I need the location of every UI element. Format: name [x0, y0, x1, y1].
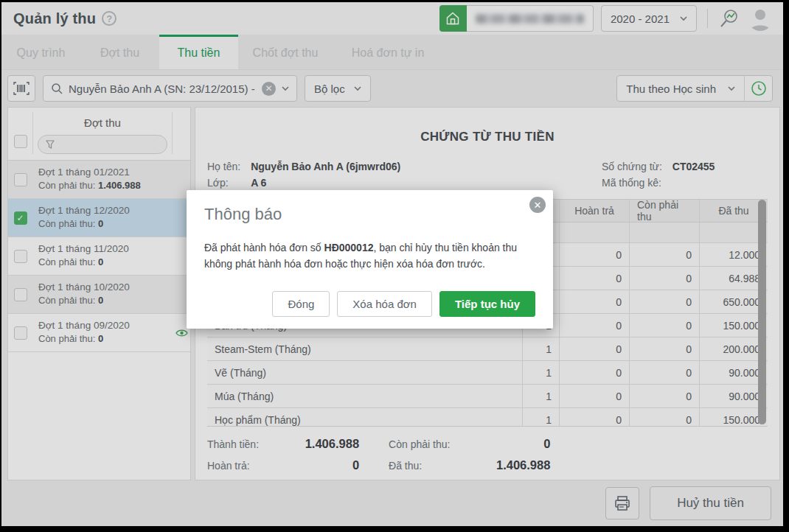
notification-dialog: ✕ Thông báo Đã phát hành hóa đơn số HĐ00… — [187, 190, 553, 329]
delete-invoice-button[interactable]: Xóa hóa đơn — [337, 291, 432, 317]
continue-cancel-button[interactable]: Tiếp tục hủy — [439, 291, 535, 317]
close-icon[interactable]: ✕ — [529, 197, 546, 213]
dialog-title: Thông báo — [204, 205, 535, 224]
invoice-number: HĐ000012 — [324, 242, 374, 253]
app-window: Quản lý thu ? 2020 - 2021 — [1, 2, 783, 526]
dialog-close-button[interactable]: Đóng — [272, 291, 330, 317]
dialog-message: Đã phát hành hóa đơn số HĐ000012, bạn ch… — [204, 240, 535, 272]
